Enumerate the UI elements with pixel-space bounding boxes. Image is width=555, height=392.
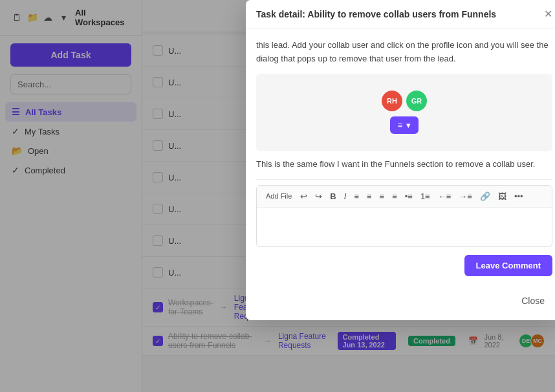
modal: Task detail: Ability to remove collab us…	[246, 0, 555, 320]
bold-button[interactable]: B	[327, 190, 339, 203]
add-file-button[interactable]: Add File	[262, 190, 296, 202]
indent-decrease-button[interactable]: ←≡	[435, 190, 455, 203]
avatar: GR	[406, 91, 427, 111]
modal-body: this lead. Add your collab user and clic…	[246, 28, 555, 287]
link-button[interactable]: 🔗	[477, 190, 494, 203]
menu-icon: ≡	[398, 120, 403, 130]
image-button[interactable]: 🖼	[495, 190, 510, 203]
divider	[256, 179, 552, 180]
chevron-down-icon: ▾	[406, 120, 411, 130]
menu-button[interactable]: ≡ ▾	[390, 116, 419, 134]
redo-button[interactable]: ↪	[312, 190, 325, 203]
editor-toolbar: Add File ↩ ↪ B I ≡ ≡ ≡ ≡ •≡ 1≡ ←≡ →≡ 🔗 🖼…	[257, 186, 552, 208]
modal-close-button[interactable]: ✕	[544, 8, 552, 20]
italic-button[interactable]: I	[341, 190, 350, 203]
modal-footer: Close	[246, 287, 555, 320]
modal-title: Task detail: Ability to remove collab us…	[256, 9, 496, 19]
avatar: RH	[382, 91, 402, 111]
undo-button[interactable]: ↩	[297, 190, 310, 203]
image-avatars: RH GR	[382, 91, 427, 111]
leave-comment-button[interactable]: Leave Comment	[464, 255, 552, 276]
editor-content[interactable]	[257, 208, 552, 246]
indent-increase-button[interactable]: →≡	[455, 190, 475, 203]
modal-bottom-text: This is the same flow I want in the Funn…	[256, 159, 552, 169]
image-preview: RH GR ≡ ▾	[256, 74, 552, 151]
modal-body-text: this lead. Add your collab user and clic…	[256, 39, 552, 66]
align-center-button[interactable]: ≡	[364, 190, 375, 203]
modal-overlay: Task detail: Ability to remove collab us…	[0, 0, 555, 392]
justify-button[interactable]: ≡	[389, 190, 400, 203]
more-options-button[interactable]: •••	[511, 190, 527, 203]
align-left-button[interactable]: ≡	[351, 190, 362, 203]
unordered-list-button[interactable]: •≡	[402, 190, 416, 203]
close-button[interactable]: Close	[514, 292, 552, 310]
modal-header: Task detail: Ability to remove collab us…	[246, 0, 555, 28]
ordered-list-button[interactable]: 1≡	[417, 190, 433, 203]
align-right-button[interactable]: ≡	[376, 190, 388, 203]
comment-editor: Add File ↩ ↪ B I ≡ ≡ ≡ ≡ •≡ 1≡ ←≡ →≡ 🔗 🖼…	[256, 185, 552, 247]
